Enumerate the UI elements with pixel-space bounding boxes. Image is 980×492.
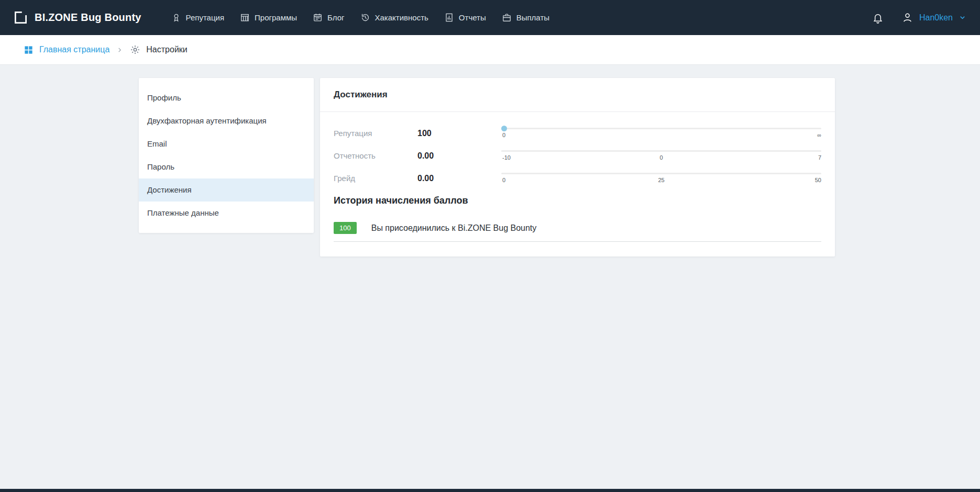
breadcrumb: Главная страница Настройки (0, 35, 980, 65)
slider-labels: -10 0 7 (501, 154, 821, 161)
bell-icon (872, 12, 884, 24)
notifications-button[interactable] (872, 12, 884, 24)
topbar: BI.ZONE Bug Bounty Репутация Программы (0, 0, 980, 35)
slider-labels: 0 25 50 (501, 177, 821, 184)
topbar-right: Han0ken (872, 12, 966, 24)
achievements-panel: Достижения Репутация 100 0 ∞ Отчетн (320, 78, 835, 256)
nav-item-reports[interactable]: Отчеты (436, 0, 494, 35)
breadcrumb-home-label: Главная страница (39, 45, 109, 54)
scale-min: -10 (502, 154, 511, 161)
metric-value: 100 (417, 129, 501, 138)
programs-icon (240, 13, 250, 23)
breadcrumb-current-label: Настройки (146, 45, 187, 54)
user-icon (901, 12, 913, 24)
panel-title: Достижения (320, 78, 835, 112)
slider-track (501, 128, 821, 129)
hackactivity-icon (360, 13, 370, 23)
metric-row-grade: Грейд 0.00 0 25 50 (334, 173, 821, 184)
chevron-down-icon (959, 14, 966, 21)
bizone-logo-icon (14, 10, 28, 25)
nav-item-hackactivity[interactable]: Хакактивность (353, 0, 436, 35)
slider-track (501, 150, 821, 152)
nav-label: Репутация (186, 13, 224, 22)
breadcrumb-current: Настройки (130, 44, 187, 55)
grade-slider: 0 25 50 (501, 173, 821, 184)
metric-value: 0.00 (417, 174, 501, 183)
nav-label: Отчеты (459, 13, 486, 22)
slider-labels: 0 ∞ (501, 132, 821, 139)
scale-mid: 0 (659, 154, 663, 161)
sidebar-item-profile[interactable]: Профиль (139, 86, 314, 109)
nav-label: Выплаты (516, 13, 549, 22)
settings-sidebar: Профиль Двухфакторная аутентификация Ema… (139, 78, 314, 233)
nav-label: Хакактивность (375, 13, 428, 22)
history-text: Вы присоединились к Bi.ZONE Bug Bounty (371, 223, 537, 233)
dashboard-grid-icon (24, 45, 34, 55)
sidebar-item-payment-details[interactable]: Платежные данные (139, 202, 314, 225)
scale-max: ∞ (817, 132, 821, 138)
footer-strip (0, 489, 980, 492)
nav-item-payouts[interactable]: Выплаты (494, 0, 557, 35)
user-menu[interactable]: Han0ken (901, 12, 966, 24)
sidebar-item-2fa[interactable]: Двухфакторная аутентификация (139, 109, 314, 132)
history-title: История начисления баллов (334, 195, 821, 206)
reports-icon (444, 13, 454, 23)
breadcrumb-chevron-icon (117, 47, 123, 53)
sidebar-item-password[interactable]: Пароль (139, 155, 314, 178)
page-content: Профиль Двухфакторная аутентификация Ema… (0, 65, 980, 256)
breadcrumb-home-link[interactable]: Главная страница (24, 45, 109, 55)
metric-label: Грейд (334, 174, 417, 183)
reputation-slider: 0 ∞ (501, 128, 821, 139)
scale-mid: 25 (658, 177, 664, 183)
brand-logo[interactable]: BI.ZONE Bug Bounty (14, 10, 141, 25)
metric-row-reporting: Отчетность 0.00 -10 0 7 (334, 150, 821, 161)
points-badge: 100 (334, 222, 357, 234)
scale-max: 50 (815, 177, 821, 183)
nav-label: Программы (255, 13, 297, 22)
nav-label: Блог (327, 13, 344, 22)
sidebar-item-achievements[interactable]: Достижения (139, 178, 314, 202)
scale-min: 0 (502, 177, 505, 183)
slider-track (501, 173, 821, 174)
scale-max: 7 (818, 154, 821, 161)
metric-label: Репутация (334, 129, 417, 138)
reporting-slider: -10 0 7 (501, 150, 821, 161)
brand-title: BI.ZONE Bug Bounty (35, 12, 141, 24)
payouts-icon (502, 13, 512, 23)
metric-row-reputation: Репутация 100 0 ∞ (334, 128, 821, 139)
blog-icon (313, 13, 323, 23)
main-nav: Репутация Программы Блог (163, 0, 557, 35)
username-label: Han0ken (919, 13, 953, 23)
metric-value: 0.00 (417, 151, 501, 161)
sidebar-item-email[interactable]: Email (139, 132, 314, 155)
nav-item-programs[interactable]: Программы (232, 0, 305, 35)
scale-min: 0 (502, 132, 505, 138)
reputation-icon (171, 13, 181, 23)
nav-item-blog[interactable]: Блог (305, 0, 352, 35)
nav-item-reputation[interactable]: Репутация (163, 0, 232, 35)
panel-body: Репутация 100 0 ∞ Отчетность 0.00 (320, 112, 835, 256)
metric-label: Отчетность (334, 151, 417, 160)
gear-icon (130, 44, 140, 55)
history-item: 100 Вы присоединились к Bi.ZONE Bug Boun… (334, 222, 821, 242)
slider-dot (501, 126, 507, 131)
